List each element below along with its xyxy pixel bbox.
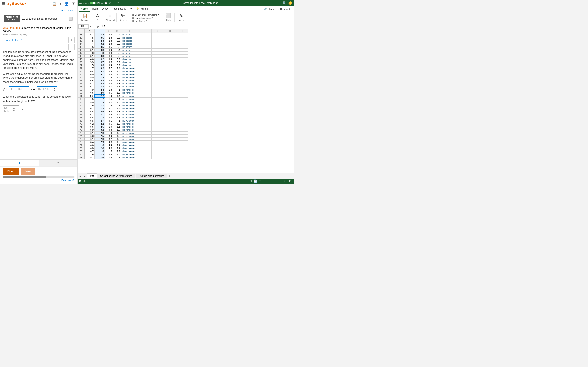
cell-75-d[interactable]: 1.2 <box>113 137 121 141</box>
cell-64-a[interactable]: 6 <box>84 104 95 107</box>
format-as-table-btn[interactable]: ▤ Format as Table ▼ <box>131 16 154 19</box>
cell-74-d[interactable]: 1.5 <box>113 134 121 137</box>
cell-58-d[interactable]: 1.6 <box>113 85 121 88</box>
cell-62-c[interactable]: 3.5 <box>105 98 113 101</box>
cell-58-a[interactable]: 6.3 <box>84 85 95 88</box>
cell-empty-77-3[interactable] <box>176 143 189 147</box>
cell-77-a[interactable]: 6.6 <box>84 143 95 147</box>
cell-empty-42-2[interactable] <box>164 36 176 39</box>
table-row[interactable]: 444.43.21.30.2Iris-setosa <box>78 42 189 45</box>
help-icon[interactable]: ? <box>60 1 61 6</box>
cell-60-b[interactable]: 2.9 <box>95 91 105 94</box>
cell-56-d[interactable]: 1.5 <box>113 79 121 82</box>
cell-empty-69-3[interactable] <box>176 119 189 122</box>
table-row[interactable]: 8062.94.51.5Iris-versicolor <box>78 153 189 156</box>
cell-empty-70-0[interactable] <box>139 122 152 125</box>
dropdown-icon[interactable]: ▼ <box>72 1 75 6</box>
cell-57-e[interactable]: Iris-versicolor <box>121 82 139 85</box>
cell-76-b[interactable]: 2.9 <box>95 141 105 143</box>
cell-65-b[interactable]: 2.9 <box>95 107 105 110</box>
equation-input-1[interactable]: Ex: 1.234 ▲ ▼ <box>9 86 29 92</box>
cell-75-b[interactable]: 2.8 <box>95 137 105 141</box>
cell-empty-64-1[interactable] <box>152 104 164 107</box>
cell-68-c[interactable]: 4.5 <box>105 116 113 119</box>
cell-50-d[interactable]: 0.2 <box>113 60 121 64</box>
cell-empty-57-3[interactable] <box>176 82 189 85</box>
cell-empty-54-2[interactable] <box>164 73 176 76</box>
cell-80-c[interactable]: 4.5 <box>105 153 113 156</box>
cell-empty-64-2[interactable] <box>164 104 176 107</box>
cell-empty-62-2[interactable] <box>164 98 176 101</box>
cell-empty-53-2[interactable] <box>164 70 176 73</box>
cell-empty-72-3[interactable] <box>176 128 189 131</box>
cell-empty-65-1[interactable] <box>152 107 164 110</box>
cell-empty-71-3[interactable] <box>176 125 189 128</box>
cell-76-d[interactable]: 1.3 <box>113 141 121 143</box>
cell-empty-63-0[interactable] <box>139 101 152 104</box>
sheet-nav-left[interactable]: ◀ <box>78 174 82 178</box>
cell-65-c[interactable]: 4.7 <box>105 107 113 110</box>
table-row[interactable]: 594.92.43.31Iris-versicolor <box>78 88 189 91</box>
col-header-i[interactable]: I <box>176 29 189 33</box>
cell-empty-79-2[interactable] <box>164 150 176 153</box>
cell-60-c[interactable]: 4.6 <box>105 91 113 94</box>
cell-47-a[interactable]: 4.8 <box>84 51 95 54</box>
clipboard-btn[interactable]: 📋 <box>81 13 88 18</box>
tell-me-box[interactable]: 💡 Tell me <box>134 6 150 12</box>
down-arrow-pred[interactable]: ▼ <box>13 109 15 112</box>
table-row[interactable]: 656.12.94.71.4Iris-versicolor <box>78 107 189 110</box>
cell-empty-54-1[interactable] <box>152 73 164 76</box>
cell-71-d[interactable]: 1.1 <box>113 125 121 128</box>
cell-empty-49-0[interactable] <box>139 58 152 60</box>
cell-58-c[interactable]: 4.7 <box>105 85 113 88</box>
cell-empty-45-2[interactable] <box>164 45 176 48</box>
cell-66-d[interactable]: 1.3 <box>113 110 121 113</box>
cell-54-c[interactable]: 4.9 <box>105 73 113 76</box>
tab-2[interactable]: 2 <box>39 160 78 166</box>
cell-49-d[interactable]: 0.2 <box>113 58 121 60</box>
cell-72-b[interactable]: 3.2 <box>95 128 105 131</box>
cell-empty-64-0[interactable] <box>139 104 152 107</box>
cell-empty-48-1[interactable] <box>152 54 164 58</box>
table-row[interactable]: 555.52.341.3Iris-versicolor <box>78 76 189 79</box>
cell-50-e[interactable]: Iris-setosa <box>121 60 139 64</box>
next-button[interactable]: Next <box>21 168 35 175</box>
up-arrow-2[interactable]: ▲ <box>54 87 55 89</box>
cell-empty-41-2[interactable] <box>164 33 176 36</box>
cell-empty-73-1[interactable] <box>152 131 164 134</box>
table-row[interactable]: 786.82.84.81.4Iris-versicolor <box>78 147 189 150</box>
cell-55-a[interactable]: 5.5 <box>84 76 95 79</box>
cell-empty-48-3[interactable] <box>176 54 189 58</box>
cell-81-d[interactable]: 1 <box>113 156 121 159</box>
cell-53-a[interactable]: 6.4 <box>84 70 95 73</box>
cell-43-b[interactable]: 2.3 <box>95 39 105 42</box>
col-header-a[interactable]: A <box>84 29 95 33</box>
cell-70-e[interactable]: Iris-versicolor <box>121 122 139 125</box>
page-break-view-btn[interactable]: ⊟ <box>259 179 261 183</box>
cell-81-a[interactable]: 5.7 <box>84 156 95 159</box>
sheet-tab-cricket[interactable]: Cricket chirps vs temperature <box>97 174 135 178</box>
cell-67-a[interactable]: 6.7 <box>84 113 95 116</box>
cell-54-b[interactable]: 3.1 <box>95 73 105 76</box>
cell-empty-49-3[interactable] <box>176 58 189 60</box>
cell-empty-68-0[interactable] <box>139 116 152 119</box>
cell-45-d[interactable]: 0.6 <box>113 45 121 48</box>
cell-41-c[interactable]: 1.5 <box>105 33 113 36</box>
cell-77-d[interactable]: 1.4 <box>113 143 121 147</box>
cell-81-b[interactable]: 2.6 <box>95 156 105 159</box>
cell-empty-72-0[interactable] <box>139 128 152 131</box>
cell-empty-67-2[interactable] <box>164 113 176 116</box>
cell-empty-81-0[interactable] <box>139 156 152 159</box>
cell-70-c[interactable]: 4.5 <box>105 122 113 125</box>
cell-44-c[interactable]: 1.3 <box>105 42 113 45</box>
notes-icon[interactable]: 📋 <box>52 1 57 6</box>
save-icon[interactable]: 💾 <box>104 2 107 4</box>
cell-60-a[interactable]: 6.6 <box>84 91 95 94</box>
cell-45-e[interactable]: Iris-setosa <box>121 45 139 48</box>
cell-43-d[interactable]: 0.3 <box>113 39 121 42</box>
cell-52-e[interactable]: Iris-versicolor <box>121 67 139 70</box>
cell-empty-59-0[interactable] <box>139 88 152 91</box>
cell-57-c[interactable]: 4.5 <box>105 82 113 85</box>
table-row[interactable]: 586.33.34.71.6Iris-versicolor <box>78 85 189 88</box>
cell-empty-68-3[interactable] <box>176 116 189 119</box>
